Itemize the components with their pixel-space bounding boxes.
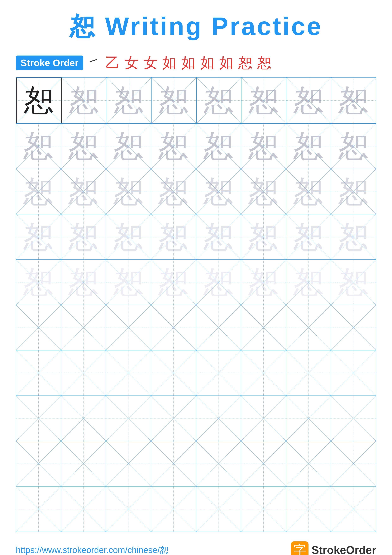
grid-cell-3-7: 恕 [286,169,331,214]
grid-cell-2-6: 恕 [241,124,286,169]
grid-cell-2-2: 恕 [61,124,106,169]
grid-cell-4-6: 恕 [241,214,286,259]
grid-cell-10-2 [61,487,106,532]
grid-cell-7-5 [196,351,241,395]
grid-cell-8-1 [16,396,61,441]
practice-char: 恕 [158,171,188,212]
grid-cell-10-5 [196,487,241,532]
footer-logo-char: 字 [293,541,306,555]
grid-cell-6-5 [196,305,241,350]
practice-char: 恕 [204,262,234,302]
grid-cell-8-8 [331,396,376,441]
grid-cell-10-3 [106,487,151,532]
stroke-order-chars: ㇀ 乙 女 女 如 如 如 如 恕 恕 [86,53,271,73]
stroke-9: 恕 [238,53,253,73]
stroke-order-row: Stroke Order ㇀ 乙 女 女 如 如 如 如 恕 恕 [16,53,376,73]
footer: https://www.strokeorder.com/chinese/恕 字 … [16,532,376,555]
stroke-10: 恕 [257,53,271,73]
practice-char: 恕 [339,217,369,257]
footer-logo-text: StrokeOrder [312,544,376,555]
practice-char: 恕 [204,80,234,121]
grid-cell-8-4 [151,396,196,441]
footer-logo-icon: 字 [291,541,308,555]
grid-cell-7-1 [16,351,61,395]
grid-cell-1-5: 恕 [197,78,242,124]
practice-char: 恕 [23,171,53,212]
practice-char: 恕 [23,126,53,167]
grid-cell-8-7 [286,396,331,441]
grid-cell-2-4: 恕 [151,124,196,169]
grid-cell-10-8 [331,487,376,532]
grid-cell-7-8 [331,351,376,395]
grid-cell-2-7: 恕 [286,124,331,169]
grid-cell-9-6 [241,441,286,486]
practice-char: 恕 [158,262,188,302]
grid-cell-1-8: 恕 [331,78,376,124]
grid-cell-9-5 [196,441,241,486]
grid-cell-4-5: 恕 [196,214,241,259]
practice-char: 恕 [249,80,279,121]
grid-cell-4-2: 恕 [61,214,106,259]
practice-char: 恕 [293,171,324,212]
practice-char: 恕 [114,262,143,302]
practice-char: 恕 [23,217,53,257]
grid-cell-1-2: 恕 [62,78,107,124]
grid-cell-3-1: 恕 [16,169,61,214]
stroke-6: 如 [181,53,196,73]
stroke-order-badge: Stroke Order [16,56,83,70]
grid-row-4: 恕 恕 恕 恕 恕 [16,214,376,260]
practice-char: 恕 [114,217,143,257]
practice-char: 恕 [249,262,278,302]
grid-cell-4-4: 恕 [151,214,196,259]
grid-cell-6-6 [241,305,286,350]
grid-cell-1-6: 恕 [242,78,286,124]
practice-char: 恕 [249,126,278,167]
practice-char: 恕 [294,80,324,121]
grid-cell-9-2 [61,441,106,486]
grid-cell-8-3 [106,396,151,441]
grid-cell-3-6: 恕 [241,169,286,214]
page: 恕 Writing Practice Stroke Order ㇀ 乙 女 女 … [0,0,392,555]
grid-row-10 [16,487,376,532]
grid-cell-10-1 [16,487,61,532]
grid-cell-8-2 [61,396,106,441]
practice-char: 恕 [204,171,234,212]
grid-cell-6-4 [151,305,196,350]
stroke-4: 女 [143,53,158,73]
grid-cell-9-8 [331,441,376,486]
practice-char: 恕 [114,126,143,167]
practice-char: 恕 [339,126,369,167]
practice-char: 恕 [339,262,369,302]
practice-char: 恕 [69,80,99,121]
stroke-2: 乙 [106,53,120,73]
practice-char: 恕 [114,171,143,212]
grid-cell-6-3 [106,305,151,350]
stroke-1: ㇀ [86,53,101,73]
grid-cell-7-7 [286,351,331,395]
grid-cell-1-3: 恕 [107,78,152,124]
grid-cell-5-2: 恕 [61,260,106,305]
grid-cell-5-7: 恕 [286,260,331,305]
footer-url[interactable]: https://www.strokeorder.com/chinese/恕 [16,544,169,555]
grid-cell-10-7 [286,487,331,532]
stroke-3: 女 [124,53,139,73]
grid-cell-5-4: 恕 [151,260,196,305]
title-text: Writing Practice [96,12,323,40]
stroke-5: 如 [162,53,177,73]
grid-cell-7-3 [106,351,151,395]
practice-char: 恕 [249,217,278,257]
practice-char: 恕 [339,171,369,212]
practice-grid: 恕 恕 恕 恕 恕 [16,77,376,532]
grid-cell-3-3: 恕 [106,169,151,214]
grid-cell-7-6 [241,351,286,395]
grid-cell-2-8: 恕 [331,124,376,169]
grid-cell-3-8: 恕 [331,169,376,214]
grid-cell-4-3: 恕 [106,214,151,259]
grid-cell-3-2: 恕 [61,169,106,214]
practice-char: 恕 [159,80,189,121]
grid-cell-6-1 [16,305,61,350]
grid-cell-5-3: 恕 [106,260,151,305]
grid-cell-1-1: 恕 [16,78,62,124]
grid-cell-9-1 [16,441,61,486]
grid-cell-3-5: 恕 [196,169,241,214]
